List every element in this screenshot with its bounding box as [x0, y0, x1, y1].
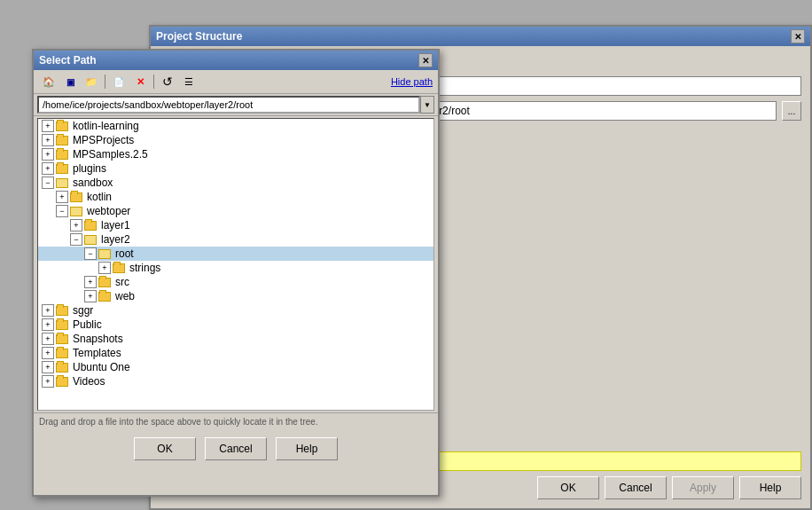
folder-icon: [98, 278, 111, 287]
tree-item[interactable]: −layer2: [38, 232, 433, 247]
folder-icon: [84, 235, 97, 245]
browse-button[interactable]: ...: [782, 101, 801, 121]
sp-path-bar: ▼: [34, 94, 438, 116]
tree-expand-icon[interactable]: +: [98, 262, 111, 274]
folder-icon: [56, 349, 68, 358]
tree-expand-icon[interactable]: −: [42, 177, 54, 189]
tree-item[interactable]: +Templates: [38, 346, 433, 360]
cancel-button[interactable]: Cancel: [605, 476, 667, 499]
tree-item[interactable]: +kotlin-learning: [38, 119, 433, 133]
apply-button[interactable]: Apply: [672, 476, 734, 499]
folder-icon: [56, 377, 68, 387]
folder-icon: [98, 292, 111, 302]
ps-close-button[interactable]: ✕: [791, 29, 805, 43]
folder-icon: [56, 150, 68, 160]
folder-icon: [56, 164, 68, 174]
tree-expand-icon[interactable]: +: [42, 148, 54, 161]
tree-item[interactable]: −webtoper: [38, 204, 433, 218]
tree-expand-icon[interactable]: +: [84, 276, 97, 288]
help-button[interactable]: Help: [739, 476, 801, 499]
sp-cancel-button[interactable]: Cancel: [205, 437, 267, 460]
folder-tool-button[interactable]: 📁: [82, 73, 101, 90]
folder-icon: [56, 122, 68, 131]
tree-item-label: webtoper: [87, 205, 130, 217]
toolbar-separator-1: [105, 75, 105, 89]
folder-icon: [70, 207, 82, 216]
tree-item-label: sandbox: [73, 177, 113, 189]
tree-item[interactable]: +plugins: [38, 161, 433, 176]
tree-item-label: kotlin-learning: [73, 120, 139, 132]
tree-expand-icon[interactable]: −: [56, 205, 68, 217]
tree-item[interactable]: +MPSamples.2.5: [38, 147, 433, 161]
delete-button[interactable]: ✕: [130, 73, 150, 90]
tree-item-label: root: [115, 247, 134, 260]
mps-tool-button[interactable]: ▣: [60, 73, 80, 90]
tree-item[interactable]: +sggr: [38, 303, 433, 318]
tree-expand-icon[interactable]: +: [42, 134, 54, 146]
tree-item[interactable]: +strings: [38, 261, 433, 275]
tree-item[interactable]: +layer1: [38, 218, 433, 232]
tree-item[interactable]: −root: [38, 247, 433, 261]
select-path-window: Select Path ✕ 🏠 ▣ 📁 📄 ✕ ↺ ☰ Hide path ▼ …: [32, 49, 440, 497]
tree-item[interactable]: +web: [38, 289, 433, 303]
folder-icon: [113, 263, 125, 273]
tree-item-label: Templates: [73, 347, 121, 359]
ps-title: Project Structure: [156, 30, 242, 43]
tree-item-label: plugins: [73, 162, 106, 175]
tree-item[interactable]: +MPSProjects: [38, 133, 433, 147]
tree-item-label: Snapshots: [73, 333, 123, 345]
sp-help-button[interactable]: Help: [276, 437, 338, 460]
tree-expand-icon[interactable]: +: [42, 347, 54, 359]
folder-icon: [84, 221, 97, 231]
tree-expand-icon[interactable]: +: [84, 290, 97, 302]
tree-expand-icon[interactable]: +: [42, 375, 54, 388]
tree-item-label: layer2: [101, 233, 130, 246]
tree-item-label: sggr: [73, 304, 93, 317]
tree-item-label: MPSProjects: [73, 134, 134, 146]
tree-item[interactable]: +Ubuntu One: [38, 360, 433, 374]
tree-expand-icon[interactable]: +: [42, 333, 54, 345]
sp-toolbar: 🏠 ▣ 📁 📄 ✕ ↺ ☰ Hide path: [34, 70, 438, 94]
tree-expand-icon[interactable]: +: [70, 219, 82, 231]
tree-expand-icon[interactable]: +: [42, 304, 54, 317]
sp-title: Select Path: [39, 54, 97, 67]
file-tree[interactable]: +kotlin-learning+MPSProjects+MPSamples.2…: [37, 118, 434, 411]
sp-bottom-buttons: OK Cancel Help: [34, 430, 438, 467]
ok-button[interactable]: OK: [537, 476, 599, 499]
tree-expand-icon[interactable]: −: [70, 233, 82, 246]
tree-item[interactable]: −sandbox: [38, 176, 433, 190]
sp-ok-button[interactable]: OK: [134, 437, 196, 460]
tree-item[interactable]: +Public: [38, 318, 433, 332]
tree-expand-icon[interactable]: +: [42, 361, 54, 373]
tree-expand-icon[interactable]: +: [42, 162, 54, 175]
folder-icon: [56, 334, 68, 344]
tree-item-label: MPSamples.2.5: [73, 148, 148, 161]
list-view-button[interactable]: ☰: [179, 73, 199, 90]
hide-path-link[interactable]: Hide path: [391, 76, 433, 87]
tree-item[interactable]: +Videos: [38, 374, 433, 388]
sp-titlebar: Select Path ✕: [34, 51, 438, 70]
tree-item[interactable]: +kotlin: [38, 190, 433, 204]
toolbar-separator-2: [153, 75, 154, 89]
new-folder-button[interactable]: 📄: [109, 73, 129, 90]
tree-expand-icon[interactable]: +: [56, 191, 68, 203]
refresh-button[interactable]: ↺: [158, 73, 177, 90]
tree-item-label: strings: [129, 262, 160, 274]
sp-close-button[interactable]: ✕: [418, 53, 433, 67]
home-tool-button[interactable]: 🏠: [39, 73, 59, 90]
path-dropdown-button[interactable]: ▼: [420, 96, 434, 114]
tree-item[interactable]: +Snapshots: [38, 332, 433, 346]
tree-expand-icon[interactable]: +: [42, 318, 54, 331]
tree-expand-icon[interactable]: +: [42, 120, 54, 132]
tree-item[interactable]: +src: [38, 275, 433, 289]
drag-hint: Drag and drop a file into the space abov…: [34, 412, 438, 430]
ps-titlebar: Project Structure ✕: [151, 27, 810, 46]
folder-icon: [56, 363, 68, 373]
folder-icon: [70, 192, 82, 202]
folder-icon: [56, 136, 68, 145]
folder-icon: [56, 306, 68, 316]
tree-expand-icon[interactable]: −: [84, 247, 97, 260]
folder-icon: [56, 320, 68, 330]
tree-item-label: web: [115, 290, 135, 302]
path-input[interactable]: [37, 96, 420, 114]
